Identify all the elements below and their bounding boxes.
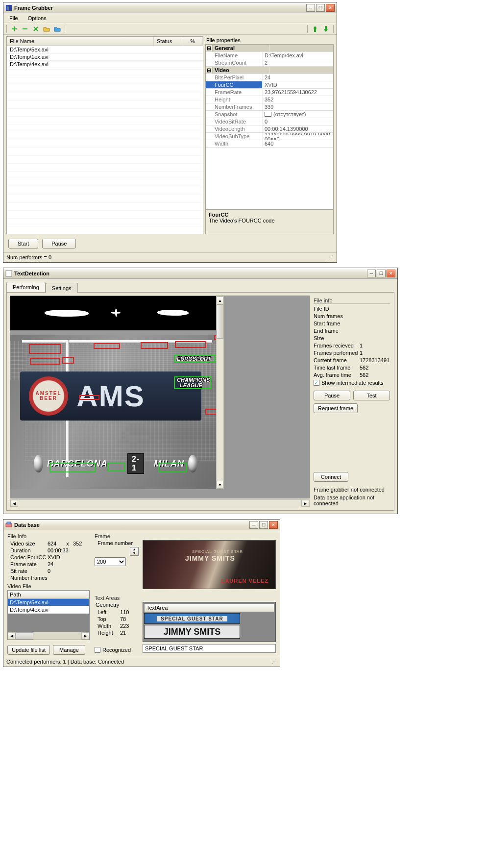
- prop-bitsperpixel[interactable]: BitsPerPixel24: [206, 74, 333, 81]
- minimize-button[interactable]: ─: [306, 4, 315, 12]
- status-grabber: Frame grabber not connected: [314, 487, 390, 493]
- col-filename[interactable]: File Name: [7, 37, 154, 46]
- detection-box: [107, 463, 125, 471]
- statusbar: Num performrs = 0⋰: [3, 252, 337, 262]
- prop-framerate[interactable]: FrameRate23,976215594130622: [206, 89, 333, 96]
- window-title: TextDetection: [14, 271, 367, 276]
- file-list[interactable]: File Name Status % D:\Temp\5ex.avi D:\Te…: [6, 36, 203, 234]
- maximize-button[interactable]: ☐: [316, 4, 325, 12]
- team-crest-icon: [34, 455, 43, 472]
- list-item[interactable]: D:\Temp\4ex.avi: [7, 61, 203, 68]
- tab-performing[interactable]: Performing: [6, 282, 46, 292]
- update-file-list-button[interactable]: Update file list: [7, 645, 50, 655]
- remove-icon[interactable]: [21, 25, 29, 33]
- prop-videobitrate[interactable]: VideoBitRate0: [206, 118, 333, 125]
- text-areas-group: Text Areas Geometry Left110 Top78 Width2…: [95, 595, 276, 653]
- video-preview: AMSTELBEERAMS BARCELONA 2-1 MILAN: [10, 296, 310, 498]
- close-button[interactable]: ✕: [326, 4, 335, 12]
- svg-rect-0: [6, 5, 12, 11]
- detection-box: [141, 342, 168, 349]
- team-crest-icon: [188, 455, 197, 472]
- titlebar[interactable]: Data base ─ ☐ ✕: [3, 520, 280, 530]
- prop-snapshot[interactable]: Snapshot(отсутствует): [206, 111, 333, 118]
- prop-fourcc[interactable]: FourCCXVID: [206, 81, 333, 89]
- list-header: File Name Status %: [7, 37, 203, 46]
- manage-button[interactable]: Manage: [53, 645, 85, 655]
- app-icon: i: [5, 4, 12, 11]
- pause-button[interactable]: Pause: [314, 391, 350, 400]
- video-file-list[interactable]: Path D:\Temp\5ex.avi D:\Temp\4ex.avi ◀▶: [7, 590, 90, 640]
- list-item[interactable]: D:\Temp\5ex.avi: [8, 599, 89, 606]
- show-intermediate-checkbox[interactable]: ✓Show intermediate results: [314, 380, 390, 386]
- list-item[interactable]: D:\Temp\4ex.avi: [8, 606, 89, 614]
- delete-icon[interactable]: [31, 25, 40, 33]
- menubar: File Options: [3, 13, 337, 23]
- request-frame-button[interactable]: Request frame: [314, 403, 358, 413]
- frame-number-select[interactable]: 200: [95, 557, 126, 566]
- tab-settings[interactable]: Settings: [46, 283, 78, 293]
- maximize-button[interactable]: ☐: [377, 270, 386, 277]
- minimize-button[interactable]: ─: [249, 521, 258, 529]
- prop-videolength[interactable]: VideoLength00:00:14.1390000: [206, 125, 333, 133]
- detection-box: [175, 341, 206, 348]
- prop-streamcount[interactable]: StreamCount2: [206, 59, 333, 67]
- status-database: Data base application not connected: [314, 495, 390, 506]
- prop-videosubtype[interactable]: VideoSubType44495658-0000-0010-8000-00aa…: [206, 133, 333, 140]
- menu-file[interactable]: File: [4, 14, 23, 22]
- add-icon[interactable]: [10, 25, 19, 33]
- frame-preview: SPECIAL GUEST STAR JIMMY SMITS LAUREN VE…: [143, 540, 276, 589]
- text-strip[interactable]: JIMMY SMITS: [144, 625, 240, 639]
- property-grid[interactable]: ⊟General FileNameD:\Temp\4ex.avi StreamC…: [205, 44, 334, 234]
- prop-height[interactable]: Height352: [206, 96, 333, 103]
- save-icon[interactable]: [53, 25, 62, 33]
- video-file-group: Video File Path D:\Temp\5ex.avi D:\Temp\…: [7, 583, 90, 640]
- text-area-preview: TextArea SPECIAL GUEST STAR JIMMY SMITS: [143, 602, 276, 642]
- horizontal-scrollbar[interactable]: ◀▶: [10, 499, 310, 507]
- move-up-icon[interactable]: [311, 25, 319, 33]
- properties-label: File properties: [205, 36, 334, 44]
- statusbar: Connected performers: 1 | Data base: Con…: [3, 657, 280, 667]
- close-button[interactable]: ✕: [387, 270, 395, 277]
- detection-box: [174, 355, 215, 363]
- detection-box: [174, 376, 211, 389]
- detection-box: [62, 357, 74, 364]
- frame-grabber-window: i Frame Grabber ─ ☐ ✕ File Options File …: [3, 2, 337, 263]
- detection-box: [49, 463, 96, 472]
- prop-numberframes[interactable]: NumberFrames339: [206, 103, 333, 111]
- start-button[interactable]: Start: [8, 239, 38, 248]
- prop-width[interactable]: Width640: [206, 140, 333, 148]
- open-icon[interactable]: [42, 25, 51, 33]
- titlebar[interactable]: i Frame Grabber ─ ☐ ✕: [3, 2, 337, 13]
- pause-button[interactable]: Pause: [42, 239, 76, 248]
- text-detection-window: TextDetection ─ ☐ ✕ Performing Settings: [3, 268, 398, 514]
- category-general[interactable]: ⊟General: [206, 45, 333, 52]
- detection-box: [205, 409, 216, 415]
- maximize-button[interactable]: ☐: [259, 521, 268, 529]
- titlebar[interactable]: TextDetection ─ ☐ ✕: [3, 268, 397, 279]
- detection-box: [29, 344, 61, 354]
- col-status[interactable]: Status: [154, 37, 183, 46]
- col-percent[interactable]: %: [183, 37, 203, 46]
- detection-box: [158, 463, 187, 472]
- text-strip[interactable]: SPECIAL GUEST STAR: [144, 613, 240, 624]
- minimize-button[interactable]: ─: [367, 270, 376, 277]
- recognized-checkbox[interactable]: Recognized: [95, 647, 139, 653]
- move-down-icon[interactable]: [321, 25, 330, 33]
- prop-filename[interactable]: FileNameD:\Temp\4ex.avi: [206, 52, 333, 59]
- menu-options[interactable]: Options: [23, 14, 51, 22]
- frame-number-stepper[interactable]: ▲▼: [130, 547, 139, 556]
- window-title: Data base: [14, 522, 249, 528]
- vertical-scrollbar[interactable]: ▲▼: [216, 296, 224, 489]
- svg-rect-4: [7, 522, 11, 524]
- category-video[interactable]: ⊟Video: [206, 67, 333, 74]
- connect-button[interactable]: Connect: [314, 472, 348, 482]
- col-textarea[interactable]: TextArea: [144, 603, 274, 612]
- col-path[interactable]: Path: [8, 591, 89, 599]
- horizontal-scrollbar[interactable]: ◀▶: [8, 632, 89, 640]
- test-button[interactable]: Test: [353, 391, 390, 400]
- detection-box: [30, 358, 60, 365]
- list-item[interactable]: D:\Temp\5ex.avi: [7, 46, 203, 53]
- close-button[interactable]: ✕: [269, 521, 278, 529]
- list-item[interactable]: D:\Temp\1ex.avi: [7, 53, 203, 61]
- detection-box: [79, 395, 99, 400]
